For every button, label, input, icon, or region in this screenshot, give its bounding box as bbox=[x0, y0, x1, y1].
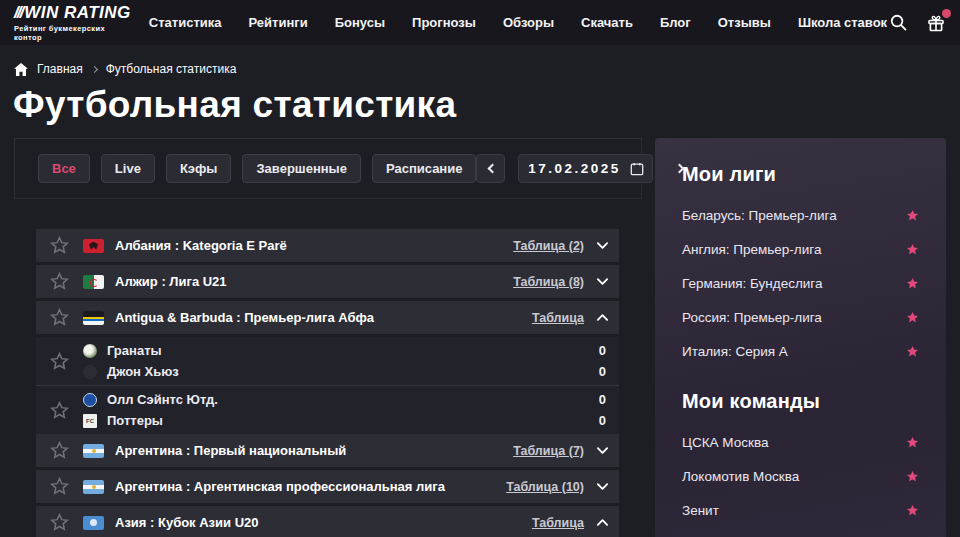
star-icon[interactable] bbox=[906, 345, 919, 358]
site-logo[interactable]: ///WIN RATING Рейтинг букмекерских конто… bbox=[14, 3, 131, 42]
favorite-star-icon[interactable] bbox=[36, 308, 83, 327]
logo-slashes-icon: /// bbox=[14, 3, 22, 22]
chevron-toggle-icon[interactable] bbox=[594, 238, 610, 254]
chevron-toggle-icon[interactable] bbox=[594, 443, 610, 459]
filter-tab[interactable]: Кэфы bbox=[166, 154, 232, 183]
my-teams-title: Мои команды bbox=[682, 390, 919, 413]
favorite-item[interactable]: Англия: Премьер-лига bbox=[682, 232, 919, 266]
star-icon[interactable] bbox=[906, 470, 919, 483]
favorite-star-icon[interactable] bbox=[36, 352, 83, 371]
filter-tab[interactable]: Расписание bbox=[372, 154, 477, 183]
chevron-toggle-icon[interactable] bbox=[594, 515, 610, 531]
chevron-toggle-icon[interactable] bbox=[594, 479, 610, 495]
league-name: Албания : Kategoria E Parë bbox=[115, 238, 287, 253]
home-team-logo bbox=[83, 393, 97, 407]
away-team-logo: FC bbox=[83, 414, 97, 428]
breadcrumb-home[interactable]: Главная bbox=[37, 62, 83, 76]
filter-tabs: Все Live Кэфы Завершенные Расписание bbox=[38, 154, 476, 183]
away-team-name: Джон Хьюз bbox=[107, 364, 179, 379]
chevron-toggle-icon[interactable] bbox=[594, 310, 610, 326]
date-input[interactable]: 17.02.2025 bbox=[518, 154, 653, 183]
flag-albania-icon bbox=[83, 239, 104, 253]
chevron-toggle-icon[interactable] bbox=[594, 274, 610, 290]
nav-item[interactable]: Скачать bbox=[581, 15, 633, 30]
my-leagues-list: Беларусь: Премьер-лига Англия: Премьер-л… bbox=[682, 198, 919, 368]
away-team-logo bbox=[83, 365, 97, 379]
table-link[interactable]: Таблица (7) bbox=[513, 444, 584, 458]
nav-item[interactable]: Статистика bbox=[149, 15, 222, 30]
league-row[interactable]: Алжир : Лига U21 Таблица (8) bbox=[36, 265, 619, 298]
favorite-star-icon[interactable] bbox=[36, 477, 83, 496]
match-row[interactable]: Олл Сэйнтс Ютд. FC Поттеры 0 0 bbox=[36, 385, 619, 434]
favorite-star-icon[interactable] bbox=[36, 513, 83, 532]
league-name: Алжир : Лига U21 bbox=[115, 274, 227, 289]
table-link[interactable]: Таблица (8) bbox=[513, 275, 584, 289]
home-team-score: 0 bbox=[599, 342, 606, 359]
flag-asia-icon bbox=[83, 516, 104, 530]
favorite-item[interactable]: Беларусь: Премьер-лига bbox=[682, 198, 919, 232]
favorite-star-icon[interactable] bbox=[36, 441, 83, 460]
star-icon[interactable] bbox=[906, 504, 919, 517]
nav-item[interactable]: Блог bbox=[660, 15, 691, 30]
favorite-item-label: Германия: Бундеслига bbox=[682, 276, 822, 291]
league-row[interactable]: Аргентина : Первый национальный Таблица … bbox=[36, 434, 619, 467]
logo-tagline: Рейтинг букмекерских контор bbox=[14, 24, 131, 42]
home-team-name: Гранаты bbox=[107, 343, 162, 358]
table-link[interactable]: Таблица bbox=[532, 311, 584, 325]
league-list: Албания : Kategoria E Parë Таблица (2) А… bbox=[36, 229, 619, 537]
favorite-item[interactable]: Локомотив Москва bbox=[682, 459, 919, 493]
star-icon[interactable] bbox=[906, 243, 919, 256]
nav-item[interactable]: Прогнозы bbox=[412, 15, 476, 30]
league-name: Antigua & Barbuda : Премьер-лига Абфа bbox=[115, 310, 374, 325]
league-name: Аргентина : Аргентинская профессиональна… bbox=[115, 479, 445, 494]
table-link[interactable]: Таблица bbox=[532, 516, 584, 530]
favorite-item-label: Россия: Премьер-лига bbox=[682, 310, 822, 325]
favorite-star-icon[interactable] bbox=[36, 401, 83, 420]
favorite-star-icon[interactable] bbox=[36, 236, 83, 255]
favorite-item[interactable]: Германия: Бундеслига bbox=[682, 266, 919, 300]
league-row[interactable]: Албания : Kategoria E Parë Таблица (2) bbox=[36, 229, 619, 262]
favorite-item[interactable]: Россия: Премьер-лига bbox=[682, 300, 919, 334]
nav-item[interactable]: Отзывы bbox=[718, 15, 771, 30]
star-icon[interactable] bbox=[906, 277, 919, 290]
favorite-item-label: Италия: Серия А bbox=[682, 344, 788, 359]
favorite-item-label: ЦСКА Москва bbox=[682, 435, 768, 450]
filter-tab[interactable]: Завершенные bbox=[242, 154, 360, 183]
flag-argentina-icon bbox=[83, 480, 104, 494]
away-team-score: 0 bbox=[599, 363, 606, 380]
page-title: Футбольная статистика bbox=[0, 76, 960, 138]
nav-item[interactable]: Школа ставок bbox=[798, 15, 887, 30]
favorite-star-icon[interactable] bbox=[36, 272, 83, 291]
favorite-item[interactable]: Италия: Серия А bbox=[682, 334, 919, 368]
home-icon[interactable] bbox=[14, 63, 28, 76]
home-team-score: 0 bbox=[599, 391, 606, 408]
prev-day-button[interactable] bbox=[476, 154, 505, 183]
match-row[interactable]: Гранаты Джон Хьюз 0 0 bbox=[36, 337, 619, 385]
nav-item[interactable]: Рейтинги bbox=[249, 15, 308, 30]
search-icon[interactable] bbox=[887, 12, 909, 34]
nav-item[interactable]: Обзоры bbox=[503, 15, 554, 30]
league-row[interactable]: Азия : Кубок Азии U20 Таблица bbox=[36, 506, 619, 537]
gift-icon[interactable] bbox=[925, 12, 947, 34]
breadcrumb: Главная Футбольная статистика bbox=[0, 45, 960, 76]
star-icon[interactable] bbox=[906, 311, 919, 324]
league-row[interactable]: Аргентина : Аргентинская профессиональна… bbox=[36, 470, 619, 503]
favorite-item-label: Беларусь: Премьер-лига bbox=[682, 208, 837, 223]
league-row[interactable]: Antigua & Barbuda : Премьер-лига Абфа Та… bbox=[36, 301, 619, 334]
chevron-right-icon bbox=[91, 66, 98, 73]
filter-tab[interactable]: Live bbox=[101, 154, 155, 183]
away-team-score: 0 bbox=[599, 412, 606, 429]
star-icon[interactable] bbox=[906, 209, 919, 222]
main-nav: Статистика Рейтинги Бонусы Прогнозы Обзо… bbox=[149, 15, 887, 30]
favorite-item[interactable]: ЦСКА Москва bbox=[682, 425, 919, 459]
flag-argentina-icon bbox=[83, 444, 104, 458]
favorite-item[interactable]: Зенит bbox=[682, 493, 919, 527]
nav-item[interactable]: Бонусы bbox=[335, 15, 385, 30]
favorite-item[interactable]: Спартак Москва bbox=[682, 527, 919, 537]
table-link[interactable]: Таблица (10) bbox=[506, 480, 584, 494]
flag-algeria-icon bbox=[83, 275, 104, 289]
filter-tab[interactable]: Все bbox=[38, 154, 90, 183]
star-icon[interactable] bbox=[906, 436, 919, 449]
table-link[interactable]: Таблица (2) bbox=[513, 239, 584, 253]
away-team-name: Поттеры bbox=[107, 413, 163, 428]
